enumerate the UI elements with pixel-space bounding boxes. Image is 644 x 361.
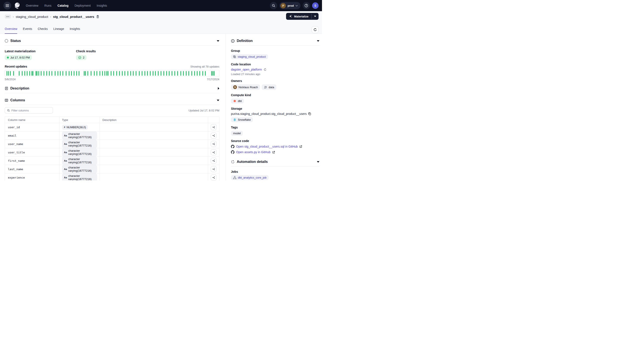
- column-lineage-button[interactable]: [211, 158, 216, 164]
- definition-collapse-caret[interactable]: [317, 40, 320, 42]
- update-bar[interactable]: [85, 71, 86, 76]
- update-bar[interactable]: [13, 71, 14, 76]
- compute-kind-pill[interactable]: dbt: [231, 98, 244, 103]
- update-bar[interactable]: [46, 71, 47, 76]
- update-bar[interactable]: [10, 71, 11, 76]
- update-bar[interactable]: [142, 71, 142, 76]
- update-bar[interactable]: [32, 71, 33, 76]
- update-bar[interactable]: [36, 71, 36, 76]
- update-bar[interactable]: [139, 71, 140, 76]
- update-bar[interactable]: [194, 71, 195, 76]
- tab-lineage[interactable]: Lineage: [54, 27, 64, 34]
- update-bar[interactable]: [36, 71, 38, 76]
- column-lineage-button[interactable]: [211, 132, 216, 139]
- update-bar[interactable]: [71, 71, 72, 76]
- source-code-assets-link[interactable]: Open assets.py in GitHub: [236, 150, 270, 154]
- update-bar[interactable]: [96, 71, 97, 76]
- user-avatar[interactable]: S: [312, 2, 318, 9]
- update-bar[interactable]: [69, 71, 70, 76]
- update-bar[interactable]: [202, 71, 203, 76]
- update-bar[interactable]: [152, 71, 154, 76]
- update-bar[interactable]: [58, 71, 58, 76]
- search-button[interactable]: [270, 2, 277, 9]
- update-bar[interactable]: [199, 71, 200, 76]
- update-bar[interactable]: [94, 71, 95, 76]
- update-bar[interactable]: [177, 71, 178, 76]
- update-bar[interactable]: [24, 71, 25, 76]
- automation-collapse-caret[interactable]: [317, 161, 320, 163]
- latest-materialization-pill[interactable]: Jul 17, 8:02 PM: [5, 55, 32, 60]
- code-location-link[interactable]: dagster_open_platform: [231, 68, 262, 71]
- filter-columns-input[interactable]: [12, 109, 50, 112]
- nav-item-overview[interactable]: Overview: [26, 4, 38, 7]
- update-bar[interactable]: [52, 71, 52, 76]
- update-bar[interactable]: [169, 71, 170, 76]
- tag-pill[interactable]: model: [231, 131, 243, 136]
- update-bar[interactable]: [150, 71, 151, 76]
- update-bar[interactable]: [76, 71, 77, 76]
- tab-insights[interactable]: Insights: [70, 27, 80, 34]
- update-bar[interactable]: [147, 71, 148, 76]
- update-bar[interactable]: [158, 71, 159, 76]
- group-pill[interactable]: staging_cloud_product: [231, 54, 268, 59]
- columns-collapse-caret[interactable]: [217, 100, 219, 101]
- update-bar[interactable]: [122, 71, 123, 76]
- nav-item-deployment[interactable]: Deployment: [74, 4, 90, 7]
- environment-switcher[interactable]: P prod: [280, 2, 300, 9]
- nav-item-catalog[interactable]: Catalog: [58, 4, 68, 7]
- update-bar[interactable]: [212, 71, 213, 76]
- update-bar[interactable]: [22, 71, 22, 76]
- update-bar[interactable]: [174, 71, 175, 76]
- reload-icon[interactable]: [264, 68, 266, 71]
- refresh-button[interactable]: [312, 26, 318, 33]
- help-button[interactable]: [303, 2, 310, 9]
- update-bar[interactable]: [8, 71, 9, 76]
- update-bar[interactable]: [119, 71, 120, 76]
- column-lineage-button[interactable]: [211, 124, 216, 130]
- update-bar[interactable]: [188, 71, 189, 76]
- update-bar[interactable]: [84, 71, 84, 76]
- update-bar[interactable]: [116, 71, 117, 76]
- update-bar[interactable]: [128, 71, 128, 76]
- update-bar[interactable]: [186, 71, 186, 76]
- hamburger-menu-button[interactable]: [4, 2, 11, 9]
- team-pill[interactable]: data: [262, 84, 276, 90]
- materialize-dropdown-button[interactable]: [312, 13, 318, 20]
- copy-icon[interactable]: [308, 112, 311, 115]
- update-bar[interactable]: [124, 71, 125, 76]
- storage-platform-pill[interactable]: Snowflake: [231, 117, 253, 122]
- update-bar[interactable]: [211, 71, 212, 76]
- breadcrumb-parent[interactable]: staging_cloud_product: [16, 15, 48, 18]
- check-results-pill[interactable]: 2: [76, 55, 86, 60]
- recent-updates-timeline[interactable]: [5, 70, 219, 76]
- update-bar[interactable]: [113, 71, 114, 76]
- update-bar[interactable]: [19, 71, 20, 76]
- description-expand-caret[interactable]: [218, 87, 219, 90]
- update-bar[interactable]: [78, 71, 80, 76]
- update-bar[interactable]: [106, 71, 107, 76]
- update-bar[interactable]: [74, 71, 74, 76]
- update-bar[interactable]: [205, 71, 206, 76]
- job-pill[interactable]: dbt_analytics_core_job: [231, 175, 268, 180]
- update-bar[interactable]: [155, 71, 156, 76]
- breadcrumb-ellipsis-button[interactable]: •••: [5, 15, 11, 18]
- update-bar[interactable]: [160, 71, 162, 76]
- source-code-sql-link[interactable]: Open stg_cloud_product__users.sql in Git…: [236, 145, 298, 148]
- update-bar[interactable]: [104, 71, 105, 76]
- materialize-button[interactable]: Materialize: [286, 13, 312, 20]
- update-bar[interactable]: [191, 71, 192, 76]
- update-bar[interactable]: [197, 71, 198, 76]
- update-bar[interactable]: [44, 71, 44, 76]
- dagster-logo-icon[interactable]: [13, 2, 21, 9]
- update-bar[interactable]: [102, 71, 103, 76]
- update-bar[interactable]: [41, 71, 42, 76]
- update-bar[interactable]: [49, 71, 50, 76]
- update-bar[interactable]: [144, 71, 145, 76]
- update-bar[interactable]: [29, 71, 30, 76]
- column-lineage-button[interactable]: [211, 149, 216, 155]
- update-bar[interactable]: [111, 71, 112, 76]
- update-bar[interactable]: [38, 71, 39, 76]
- tab-overview[interactable]: Overview: [5, 27, 17, 34]
- nav-item-runs[interactable]: Runs: [44, 4, 52, 7]
- update-bar[interactable]: [183, 71, 184, 76]
